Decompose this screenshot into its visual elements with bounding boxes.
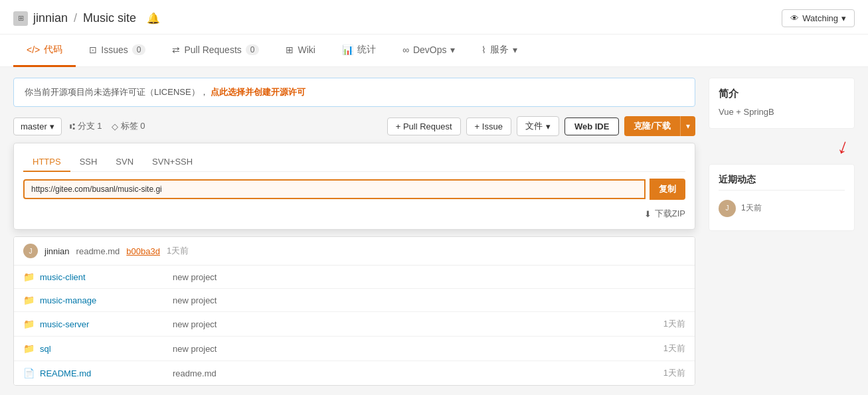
- tab-services-label: 服务: [490, 44, 509, 56]
- tab-devops[interactable]: ∞ DevOps ▾: [389, 35, 469, 66]
- stats-icon: 📊: [342, 44, 353, 55]
- folder-icon: 📁: [23, 343, 35, 354]
- download-zip-link[interactable]: ⬇ 下载ZIP: [23, 205, 685, 220]
- left-panel: 你当前开源项目尚未选择许可证（LICENSE）， 点此选择并创建开源许可 mas…: [13, 78, 695, 386]
- clone-url-input[interactable]: [23, 179, 646, 199]
- tab-issues-label: Issues: [101, 44, 128, 55]
- tab-services[interactable]: ⌇ 服务 ▾: [468, 35, 531, 67]
- clone-popup: HTTPS SSH SVN SVN+SSH 复制 ⬇ 下载ZIP: [13, 143, 695, 230]
- pulls-badge: 0: [246, 44, 260, 55]
- issues-icon: ⊡: [89, 44, 97, 55]
- issue-button[interactable]: + Issue: [466, 118, 511, 135]
- commit-author: jinnian: [44, 246, 70, 256]
- clone-tab-svnplusssh[interactable]: SVN+SSH: [143, 153, 202, 172]
- clone-copy-button[interactable]: 复制: [650, 179, 685, 200]
- file-name-link[interactable]: music-manage: [40, 295, 173, 305]
- file-doc-icon: 📄: [23, 368, 35, 378]
- meta-info: ⑆ 分支 1 ◇ 标签 0: [70, 120, 145, 132]
- license-prefix: 你当前开源项目尚未选择许可证（LICENSE），: [25, 87, 209, 97]
- intro-section: 简介 Vue + SpringB: [709, 78, 855, 129]
- file-name-link[interactable]: music-client: [40, 272, 173, 282]
- clone-label: 克隆/下载: [634, 120, 671, 132]
- clone-button[interactable]: 克隆/下载: [624, 116, 680, 136]
- license-link[interactable]: 点此选择并创建开源许可: [211, 87, 305, 97]
- activity-title: 近期动态: [719, 174, 845, 191]
- file-label: 文件: [525, 120, 543, 132]
- services-dropdown-icon: ▾: [513, 44, 517, 55]
- repo-owner-link[interactable]: jinnian: [33, 11, 68, 25]
- right-panel: 简介 Vue + SpringB ↑ 近期动态 J 1天前: [709, 78, 855, 386]
- file-message: new project: [173, 272, 685, 282]
- clone-tabs: HTTPS SSH SVN SVN+SSH: [23, 153, 685, 172]
- file-name-link[interactable]: README.md: [40, 368, 173, 378]
- clone-dropdown-icon: ▾: [686, 121, 690, 131]
- activity-item: J 1天前: [719, 196, 845, 221]
- table-row: 📁 sql new project 1天前: [14, 337, 695, 361]
- commit-hash-link[interactable]: b00ba3d: [126, 246, 160, 256]
- folder-icon: 📁: [23, 272, 35, 282]
- clone-tab-svn[interactable]: SVN: [106, 153, 143, 172]
- tab-wiki[interactable]: ⊞ Wiki: [272, 35, 328, 66]
- folder-icon: 📁: [23, 319, 35, 329]
- wiki-icon: ⊞: [286, 44, 294, 55]
- commit-time: 1天前: [167, 245, 189, 257]
- watch-dropdown-icon: ▾: [841, 13, 846, 23]
- watch-label: Watching: [802, 13, 838, 23]
- intro-title: 简介: [719, 88, 845, 100]
- web-ide-button[interactable]: Web IDE: [564, 118, 620, 135]
- file-name-link[interactable]: music-server: [40, 319, 173, 329]
- arrow-annotation: ↑: [709, 137, 855, 161]
- issues-badge: 0: [132, 44, 146, 55]
- nav-tabs: </> 代码 ⊡ Issues 0 ⇄ Pull Requests 0 ⊞ Wi…: [0, 35, 868, 67]
- download-zip-icon: ⬇: [644, 209, 651, 219]
- table-row: 📁 music-manage new project: [14, 289, 695, 312]
- watch-button[interactable]: 👁 Watching ▾: [782, 9, 855, 27]
- table-row: 📄 README.md readme.md 1天前: [14, 361, 695, 385]
- branch-count-icon: ⑆: [70, 121, 75, 131]
- clone-tab-ssh[interactable]: SSH: [70, 153, 107, 172]
- activity-avatar: J: [719, 200, 736, 217]
- tab-code[interactable]: </> 代码: [13, 35, 76, 67]
- commit-avatar: J: [23, 244, 38, 258]
- branch-count-label: 分支 1: [78, 120, 102, 132]
- file-name-link[interactable]: sql: [40, 344, 173, 354]
- file-time: 1天前: [663, 318, 685, 330]
- repo-title-area: ⊞ jinnian / Music site 🔔: [13, 11, 160, 26]
- tab-issues[interactable]: ⊡ Issues 0: [76, 35, 159, 66]
- tab-devops-label: DevOps: [413, 44, 447, 55]
- table-row: 📁 music-client new project: [14, 266, 695, 289]
- red-arrow-icon: ↑: [833, 135, 852, 162]
- branch-dropdown-icon: ▾: [50, 121, 54, 131]
- clone-button-group: 克隆/下载 ▾: [624, 116, 695, 136]
- devops-icon: ∞: [402, 44, 409, 55]
- repo-name-label: Music site: [83, 11, 136, 25]
- table-row: 📁 music-server new project 1天前: [14, 312, 695, 337]
- pull-request-button[interactable]: + Pull Request: [387, 118, 461, 135]
- clone-url-row: 复制: [23, 179, 685, 200]
- file-button[interactable]: 文件 ▾: [517, 116, 559, 136]
- tab-stats-label: 统计: [357, 44, 376, 56]
- devops-dropdown-icon: ▾: [450, 44, 455, 55]
- file-message: new project: [173, 344, 663, 354]
- file-list: J jinnian readme.md b00ba3d 1天前 📁 music-…: [13, 236, 695, 386]
- tab-code-label: 代码: [44, 44, 62, 56]
- branch-selector[interactable]: master ▾: [13, 118, 62, 135]
- file-dropdown-icon: ▾: [546, 121, 551, 131]
- activity-text: 1天前: [741, 202, 762, 214]
- tag-count: ◇ 标签 0: [112, 120, 145, 132]
- title-separator: /: [74, 11, 77, 25]
- file-message: new project: [173, 319, 663, 329]
- notification-icon[interactable]: 🔔: [147, 12, 160, 25]
- pulls-icon: ⇄: [172, 44, 180, 55]
- commit-row: J jinnian readme.md b00ba3d 1天前: [14, 237, 695, 266]
- commit-file: readme.md: [76, 246, 120, 256]
- tab-stats[interactable]: 📊 统计: [329, 35, 389, 67]
- clone-dropdown-button[interactable]: ▾: [680, 116, 695, 136]
- tag-count-label: 标签 0: [121, 120, 145, 132]
- code-icon: </>: [27, 44, 40, 55]
- file-time: 1天前: [663, 343, 685, 355]
- tab-pulls[interactable]: ⇄ Pull Requests 0: [159, 35, 272, 66]
- services-icon: ⌇: [481, 44, 486, 55]
- clone-tab-https[interactable]: HTTPS: [23, 153, 70, 172]
- watch-eye-icon: 👁: [790, 13, 799, 23]
